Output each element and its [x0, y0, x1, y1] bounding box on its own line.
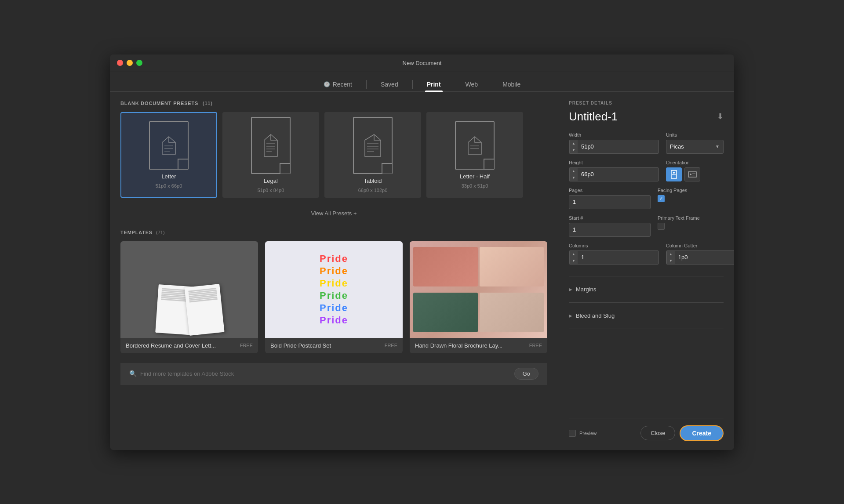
- floral-card-2: [480, 247, 544, 286]
- search-input[interactable]: [140, 370, 510, 377]
- width-stepper[interactable]: ▲ ▼: [569, 140, 578, 153]
- facing-pages-group: Facing Pages ✓: [658, 188, 724, 202]
- margins-label: Margins: [576, 286, 596, 293]
- bottom-actions: Preview Close Create: [569, 418, 724, 441]
- templates-grid: Bordered Resume and Cover Lett... FREE P…: [120, 241, 547, 353]
- facing-pages-checkbox[interactable]: ✓: [658, 195, 665, 202]
- preset-legal-name: Legal: [264, 178, 278, 184]
- width-decrement-button[interactable]: ▼: [570, 147, 578, 153]
- template-resume-badge: FREE: [240, 343, 253, 348]
- portrait-button[interactable]: [666, 167, 682, 181]
- column-gutter-stepper[interactable]: ▲ ▼: [666, 251, 675, 264]
- column-gutter-increment-button[interactable]: ▲: [667, 251, 675, 257]
- create-button[interactable]: Create: [680, 425, 724, 441]
- columns-increment-button[interactable]: ▲: [570, 251, 578, 257]
- preset-tabloid[interactable]: Tabloid 66p0 x 102p0: [324, 112, 421, 198]
- width-units-row: Width ▲ ▼ Units Picas: [569, 132, 724, 154]
- width-increment-button[interactable]: ▲: [570, 140, 578, 147]
- maximize-window-button[interactable]: [136, 60, 142, 66]
- view-all-label: View All Presets +: [311, 210, 357, 217]
- height-stepper[interactable]: ▲ ▼: [569, 168, 578, 181]
- title-bar: New Document: [110, 54, 734, 72]
- svg-rect-21: [688, 172, 696, 177]
- tab-saved[interactable]: Saved: [368, 77, 411, 91]
- template-pride-thumb: Pride Pride Pride Pride Pride Pride: [265, 241, 403, 338]
- divider-2: [569, 302, 724, 303]
- svg-point-18: [673, 172, 675, 174]
- dialog-title: New Document: [403, 60, 442, 66]
- pages-input[interactable]: [569, 199, 650, 205]
- units-label: Units: [666, 132, 724, 138]
- pride-line-3: Pride: [320, 278, 348, 289]
- window-controls: [117, 60, 142, 66]
- columns-stepper[interactable]: ▲ ▼: [569, 251, 578, 264]
- minimize-window-button[interactable]: [127, 60, 133, 66]
- tab-print[interactable]: Print: [415, 77, 453, 91]
- units-select[interactable]: Picas ▼: [666, 140, 724, 154]
- height-increment-button[interactable]: ▲: [570, 168, 578, 174]
- columns-group: Columns ▲ ▼: [569, 243, 659, 265]
- height-label: Height: [569, 160, 659, 165]
- preset-letter[interactable]: Letter 51p0 x 66p0: [120, 112, 217, 198]
- primary-text-frame-checkbox[interactable]: [658, 223, 665, 230]
- presets-label: BLANK DOCUMENT PRESETS: [120, 101, 198, 106]
- template-resume[interactable]: Bordered Resume and Cover Lett... FREE: [120, 241, 258, 353]
- preset-letter-icon: [149, 121, 189, 170]
- tab-print-label: Print: [427, 81, 441, 88]
- columns-label: Columns: [569, 243, 659, 248]
- tab-saved-label: Saved: [381, 81, 398, 88]
- margins-expand-row[interactable]: ▶ Margins: [569, 282, 724, 297]
- preset-legal[interactable]: Legal 51p0 x 84p0: [222, 112, 319, 198]
- columns-input[interactable]: [578, 254, 658, 261]
- start-input-wrap: [569, 223, 651, 237]
- width-input-wrap: ▲ ▼: [569, 140, 659, 154]
- recent-icon: 🕐: [324, 81, 330, 87]
- height-input[interactable]: [578, 171, 658, 178]
- columns-decrement-button[interactable]: ▼: [570, 257, 578, 264]
- pride-line-2: Pride: [320, 265, 348, 277]
- column-gutter-input-wrap: ▲ ▼: [666, 250, 734, 265]
- presets-count: (11): [203, 101, 213, 106]
- column-gutter-decrement-button[interactable]: ▼: [667, 257, 675, 264]
- preset-letter-half-size: 33p0 x 51p0: [462, 183, 488, 189]
- orientation-buttons: [666, 167, 724, 181]
- tab-divider: [366, 80, 367, 89]
- preset-letter-half[interactable]: Letter - Half 33p0 x 51p0: [426, 112, 523, 198]
- landscape-icon: [688, 171, 697, 178]
- tab-mobile[interactable]: Mobile: [490, 77, 533, 91]
- pride-line-4: Pride: [320, 290, 348, 301]
- height-input-wrap: ▲ ▼: [569, 167, 659, 181]
- template-floral-thumb: [410, 241, 547, 338]
- search-go-button[interactable]: Go: [514, 368, 538, 380]
- tab-recent[interactable]: 🕐 Recent: [311, 77, 364, 91]
- preview-checkbox[interactable]: [569, 430, 576, 437]
- pages-label: Pages: [569, 188, 651, 193]
- width-group: Width ▲ ▼: [569, 132, 659, 154]
- pages-group: Pages: [569, 188, 651, 209]
- presets-section-header: BLANK DOCUMENT PRESETS (11): [120, 101, 547, 106]
- close-window-button[interactable]: [117, 60, 123, 66]
- preset-letter-size: 51p0 x 66p0: [156, 183, 182, 189]
- template-pride[interactable]: Pride Pride Pride Pride Pride Pride Bold…: [265, 241, 403, 353]
- close-button[interactable]: Close: [640, 426, 675, 440]
- start-input[interactable]: [569, 226, 650, 233]
- search-icon: 🔍: [129, 370, 137, 377]
- tab-mobile-label: Mobile: [502, 81, 520, 88]
- view-all-presets-button[interactable]: View All Presets +: [120, 206, 547, 221]
- right-panel: PRESET DETAILS Untitled-1 ⬇ Width ▲ ▼: [558, 92, 734, 450]
- units-value: Picas: [670, 143, 715, 150]
- height-decrement-button[interactable]: ▼: [570, 174, 578, 181]
- bleed-slug-expand-row[interactable]: ▶ Bleed and Slug: [569, 308, 724, 323]
- save-preset-icon[interactable]: ⬇: [717, 112, 724, 121]
- tab-web[interactable]: Web: [453, 77, 491, 91]
- search-wrap: 🔍: [129, 370, 510, 377]
- start-primary-row: Start # Primary Text Frame: [569, 215, 724, 237]
- template-pride-info: Bold Pride Postcard Set FREE: [265, 338, 403, 353]
- portrait-icon: [670, 170, 677, 179]
- width-input[interactable]: [578, 143, 658, 150]
- landscape-button[interactable]: [684, 167, 700, 181]
- template-floral[interactable]: Hand Drawn Floral Brochure Lay... FREE: [410, 241, 547, 353]
- svg-rect-20: [672, 176, 675, 176]
- column-gutter-input[interactable]: [675, 254, 734, 261]
- pride-line-5: Pride: [320, 302, 348, 314]
